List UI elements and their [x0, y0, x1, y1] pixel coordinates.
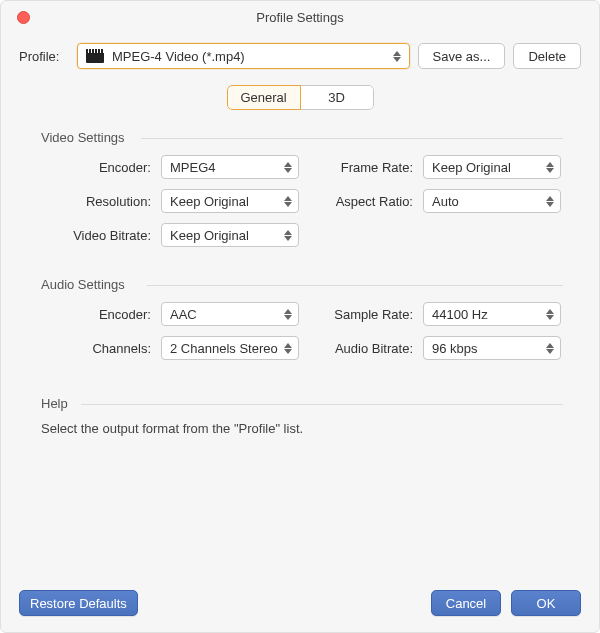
channels-select[interactable]: 2 Channels Stereo — [161, 336, 299, 360]
audio-encoder-select[interactable]: AAC — [161, 302, 299, 326]
tab-3d[interactable]: 3D — [300, 85, 374, 110]
divider — [81, 404, 563, 405]
aspect-ratio-select[interactable]: Auto — [423, 189, 561, 213]
settings-window: Profile Settings Profile: MPEG-4 Video (… — [0, 0, 600, 633]
audio-encoder-label: Encoder: — [27, 307, 161, 322]
restore-defaults-button[interactable]: Restore Defaults — [19, 590, 138, 616]
chevron-updown-icon — [393, 51, 401, 62]
chevron-updown-icon — [284, 230, 292, 241]
save-as-button[interactable]: Save as... — [418, 43, 506, 69]
chevron-updown-icon — [546, 309, 554, 320]
tab-general[interactable]: General — [227, 85, 301, 110]
video-encoder-label: Encoder: — [27, 160, 161, 175]
audio-bitrate-select[interactable]: 96 kbps — [423, 336, 561, 360]
resolution-select[interactable]: Keep Original — [161, 189, 299, 213]
video-encoder-value: MPEG4 — [170, 160, 216, 175]
frame-rate-label: Frame Rate: — [303, 160, 423, 175]
audio-settings-grid: Encoder: AAC Sample Rate: 44100 Hz Chann… — [27, 302, 581, 360]
cancel-button[interactable]: Cancel — [431, 590, 501, 616]
content-area: Profile: MPEG-4 Video (*.mp4) Save as...… — [1, 35, 599, 436]
channels-value: 2 Channels Stereo — [170, 341, 278, 356]
audio-settings-header: Audio Settings — [19, 277, 581, 292]
profile-label: Profile: — [19, 49, 69, 64]
chevron-updown-icon — [284, 162, 292, 173]
ok-button[interactable]: OK — [511, 590, 581, 616]
chevron-updown-icon — [284, 309, 292, 320]
chevron-updown-icon — [546, 196, 554, 207]
divider — [141, 138, 563, 139]
footer: Restore Defaults Cancel OK — [19, 590, 581, 616]
video-bitrate-value: Keep Original — [170, 228, 249, 243]
aspect-ratio-label: Aspect Ratio: — [303, 194, 423, 209]
sample-rate-label: Sample Rate: — [303, 307, 423, 322]
profile-row: Profile: MPEG-4 Video (*.mp4) Save as...… — [19, 43, 581, 69]
aspect-ratio-value: Auto — [432, 194, 459, 209]
profile-value: MPEG-4 Video (*.mp4) — [112, 49, 245, 64]
chevron-updown-icon — [284, 196, 292, 207]
window-title: Profile Settings — [256, 10, 343, 25]
titlebar: Profile Settings — [1, 1, 599, 35]
frame-rate-value: Keep Original — [432, 160, 511, 175]
chevron-updown-icon — [546, 343, 554, 354]
profile-select[interactable]: MPEG-4 Video (*.mp4) — [77, 43, 410, 69]
sample-rate-select[interactable]: 44100 Hz — [423, 302, 561, 326]
channels-label: Channels: — [27, 341, 161, 356]
delete-button[interactable]: Delete — [513, 43, 581, 69]
audio-bitrate-value: 96 kbps — [432, 341, 478, 356]
close-icon[interactable] — [17, 11, 30, 24]
resolution-value: Keep Original — [170, 194, 249, 209]
video-settings-header: Video Settings — [19, 130, 581, 145]
film-icon — [86, 49, 104, 63]
video-encoder-select[interactable]: MPEG4 — [161, 155, 299, 179]
audio-bitrate-label: Audio Bitrate: — [303, 341, 423, 356]
frame-rate-select[interactable]: Keep Original — [423, 155, 561, 179]
video-settings-grid: Encoder: MPEG4 Frame Rate: Keep Original… — [27, 155, 581, 247]
tab-segmented-control: General 3D — [19, 85, 581, 110]
sample-rate-value: 44100 Hz — [432, 307, 488, 322]
help-text: Select the output format from the "Profi… — [41, 421, 581, 436]
help-header: Help — [19, 396, 581, 411]
chevron-updown-icon — [284, 343, 292, 354]
divider — [147, 285, 563, 286]
video-bitrate-select[interactable]: Keep Original — [161, 223, 299, 247]
video-bitrate-label: Video Bitrate: — [27, 228, 161, 243]
chevron-updown-icon — [546, 162, 554, 173]
resolution-label: Resolution: — [27, 194, 161, 209]
audio-encoder-value: AAC — [170, 307, 197, 322]
